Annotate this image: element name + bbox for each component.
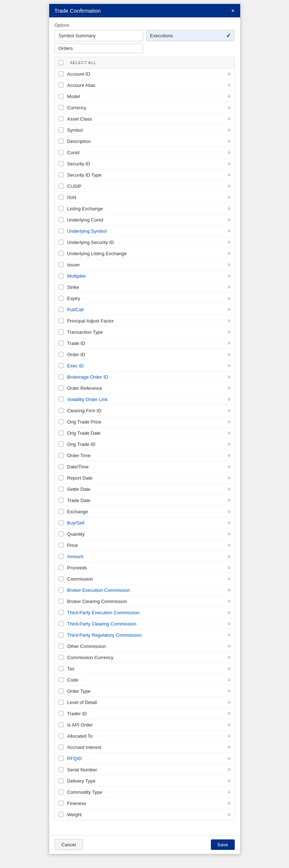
checkbox-orig-trade-date[interactable] xyxy=(59,430,64,435)
select-all-checkbox[interactable] xyxy=(59,60,64,65)
drag-icon-third-party-clearing-commission[interactable]: ≡ xyxy=(228,621,230,627)
checkbox-description[interactable] xyxy=(59,139,64,144)
checkbox-order-time[interactable] xyxy=(59,453,64,458)
drag-icon-expiry[interactable]: ≡ xyxy=(228,295,230,301)
checkbox-buy-sell[interactable] xyxy=(59,520,64,525)
drag-icon-commodity-type[interactable]: ≡ xyxy=(228,789,230,795)
drag-icon-trader-id[interactable]: ≡ xyxy=(228,711,230,716)
checkbox-settle-date[interactable] xyxy=(59,486,64,492)
drag-icon-rfqid[interactable]: ≡ xyxy=(228,755,230,761)
checkbox-tax[interactable] xyxy=(59,666,64,671)
drag-icon-strike[interactable]: ≡ xyxy=(228,284,230,290)
checkbox-volatility-order-link[interactable] xyxy=(59,397,64,402)
checkbox-currency[interactable] xyxy=(59,105,64,110)
checkbox-security-id[interactable] xyxy=(59,161,64,166)
checkbox-other-commission[interactable] xyxy=(59,644,64,649)
drag-icon-other-commission[interactable]: ≡ xyxy=(228,643,230,649)
checkbox-brokerage-order-id[interactable] xyxy=(59,374,64,379)
checkbox-fineness[interactable] xyxy=(59,801,64,806)
drag-icon-issuer[interactable]: ≡ xyxy=(228,262,230,267)
checkbox-weight[interactable] xyxy=(59,812,64,817)
drag-icon-commission[interactable]: ≡ xyxy=(228,576,230,582)
checkbox-serial-number[interactable] xyxy=(59,767,64,772)
drag-icon-account-id[interactable]: ≡ xyxy=(228,71,230,77)
checkbox-broker-clearing-commission[interactable] xyxy=(59,599,64,604)
drag-icon-commission-currency[interactable]: ≡ xyxy=(228,654,230,660)
drag-icon-underlying-listing-exchange[interactable]: ≡ xyxy=(228,250,230,256)
checkbox-transaction-type[interactable] xyxy=(59,329,64,334)
drag-icon-trade-id[interactable]: ≡ xyxy=(228,340,230,346)
drag-icon-buy-sell[interactable]: ≡ xyxy=(228,520,230,526)
checkbox-model[interactable] xyxy=(59,94,64,99)
checkbox-underlying-listing-exchange[interactable] xyxy=(59,251,64,256)
checkbox-commission-currency[interactable] xyxy=(59,655,64,660)
drag-icon-orig-trade-price[interactable]: ≡ xyxy=(228,419,230,425)
cancel-button[interactable]: Cancel xyxy=(55,839,83,850)
drag-icon-principal-adjust-factor[interactable]: ≡ xyxy=(228,318,230,324)
drag-icon-underlying-conid[interactable]: ≡ xyxy=(228,217,230,223)
checkbox-allocated-to[interactable] xyxy=(59,733,64,738)
checkbox-order-id[interactable] xyxy=(59,352,64,357)
drag-icon-put-call[interactable]: ≡ xyxy=(228,307,230,312)
drag-icon-weight[interactable]: ≡ xyxy=(228,812,230,817)
drag-icon-amount[interactable]: ≡ xyxy=(228,553,230,559)
checkbox-report-date[interactable] xyxy=(59,475,64,480)
checkbox-orig-trade-id[interactable] xyxy=(59,442,64,447)
drag-icon-report-date[interactable]: ≡ xyxy=(228,475,230,481)
checkbox-security-id-type[interactable] xyxy=(59,172,64,177)
drag-icon-listing-exchange[interactable]: ≡ xyxy=(228,206,230,211)
drag-icon-is-api-order[interactable]: ≡ xyxy=(228,722,230,728)
save-button[interactable]: Save xyxy=(211,839,235,850)
drag-icon-exchange[interactable]: ≡ xyxy=(228,509,230,514)
checkbox-accrued-interest[interactable] xyxy=(59,745,64,750)
drag-icon-clearing-firm-id[interactable]: ≡ xyxy=(228,408,230,413)
drag-icon-transaction-type[interactable]: ≡ xyxy=(228,329,230,335)
checkbox-underlying-symbol[interactable] xyxy=(59,228,64,233)
drag-icon-order-type[interactable]: ≡ xyxy=(228,688,230,694)
checkbox-order-reference[interactable] xyxy=(59,385,64,391)
drag-icon-account-alias[interactable]: ≡ xyxy=(228,82,230,88)
checkbox-third-party-clearing-commission[interactable] xyxy=(59,621,64,626)
checkbox-underlying-security-id[interactable] xyxy=(59,240,64,245)
checkbox-trade-date[interactable] xyxy=(59,498,64,503)
drag-icon-order-reference[interactable]: ≡ xyxy=(228,385,230,391)
option-symbol-summary[interactable]: Symbol Summary xyxy=(55,30,143,41)
checkbox-expiry[interactable] xyxy=(59,296,64,301)
checkbox-isin[interactable] xyxy=(59,195,64,200)
checkbox-is-api-order[interactable] xyxy=(59,722,64,727)
drag-icon-third-party-execution-commission[interactable]: ≡ xyxy=(228,610,230,615)
drag-icon-code[interactable]: ≡ xyxy=(228,677,230,683)
checkbox-trader-id[interactable] xyxy=(59,711,64,716)
checkbox-level-of-detail[interactable] xyxy=(59,700,64,705)
drag-icon-conid[interactable]: ≡ xyxy=(228,149,230,155)
drag-icon-volatility-order-link[interactable]: ≡ xyxy=(228,396,230,402)
drag-icon-security-id-type[interactable]: ≡ xyxy=(228,172,230,178)
drag-icon-date-time[interactable]: ≡ xyxy=(228,464,230,469)
drag-icon-orig-trade-id[interactable]: ≡ xyxy=(228,441,230,447)
drag-icon-order-id[interactable]: ≡ xyxy=(228,351,230,357)
drag-icon-price[interactable]: ≡ xyxy=(228,542,230,548)
drag-icon-brokerage-order-id[interactable]: ≡ xyxy=(228,374,230,380)
drag-icon-underlying-symbol[interactable]: ≡ xyxy=(228,228,230,234)
drag-icon-asset-class[interactable]: ≡ xyxy=(228,116,230,122)
checkbox-cusip[interactable] xyxy=(59,184,64,189)
drag-icon-symbol[interactable]: ≡ xyxy=(228,127,230,133)
checkbox-amount[interactable] xyxy=(59,554,64,559)
checkbox-third-party-regulatory-commission[interactable] xyxy=(59,632,64,637)
checkbox-rfqid[interactable] xyxy=(59,756,64,761)
drag-icon-order-time[interactable]: ≡ xyxy=(228,452,230,458)
option-executions[interactable]: Executions ✓ xyxy=(146,30,235,41)
drag-icon-delivery-type[interactable]: ≡ xyxy=(228,778,230,784)
option-orders[interactable]: Orders xyxy=(55,43,143,53)
checkbox-underlying-conid[interactable] xyxy=(59,217,64,222)
drag-icon-settle-date[interactable]: ≡ xyxy=(228,486,230,492)
close-button[interactable]: × xyxy=(231,8,234,14)
checkbox-commission[interactable] xyxy=(59,576,64,581)
drag-icon-orig-trade-date[interactable]: ≡ xyxy=(228,430,230,436)
drag-icon-fineness[interactable]: ≡ xyxy=(228,800,230,806)
drag-icon-security-id[interactable]: ≡ xyxy=(228,161,230,167)
drag-icon-broker-clearing-commission[interactable]: ≡ xyxy=(228,598,230,604)
checkbox-proceeds[interactable] xyxy=(59,565,64,570)
drag-icon-underlying-security-id[interactable]: ≡ xyxy=(228,239,230,245)
checkbox-exchange[interactable] xyxy=(59,509,64,514)
